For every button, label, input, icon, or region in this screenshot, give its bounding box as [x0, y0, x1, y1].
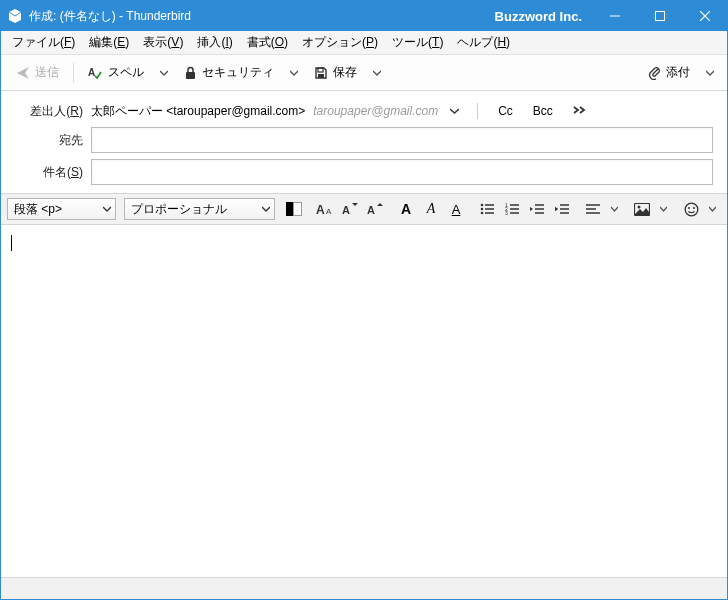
from-row: 差出人(R) 太郎ペーパー <taroupaper@gmail.com> tar… — [15, 101, 713, 121]
attach-dropdown[interactable] — [701, 65, 719, 81]
menubar: ファイル(F) 編集(E) 表示(V) 挿入(I) 書式(O) オプション(P)… — [1, 31, 727, 55]
save-icon — [314, 66, 328, 80]
color-swatch-icon — [286, 202, 302, 216]
svg-point-35 — [685, 203, 698, 216]
save-button[interactable]: 保存 — [307, 60, 364, 85]
security-dropdown[interactable] — [285, 65, 303, 81]
svg-point-34 — [638, 205, 641, 208]
from-email-grey: taroupaper@gmail.com — [313, 104, 438, 118]
emoji-dropdown[interactable] — [704, 202, 721, 217]
message-body-editor[interactable] — [1, 225, 727, 577]
menu-format[interactable]: 書式(O) — [240, 31, 295, 54]
save-label: 保存 — [333, 64, 357, 81]
font-size-reset-button[interactable]: AA — [313, 197, 337, 221]
message-headers: 差出人(R) 太郎ペーパー <taroupaper@gmail.com> tar… — [1, 91, 727, 193]
spell-dropdown[interactable] — [155, 65, 173, 81]
statusbar — [1, 577, 727, 599]
save-dropdown[interactable] — [368, 65, 386, 81]
brand-label: Buzzword Inc. — [495, 9, 582, 24]
svg-text:A: A — [367, 204, 375, 216]
menu-view[interactable]: 表示(V) — [136, 31, 190, 54]
menu-insert[interactable]: 挿入(I) — [190, 31, 239, 54]
emoji-button[interactable] — [679, 197, 703, 221]
send-icon — [16, 66, 30, 80]
bcc-button[interactable]: Bcc — [527, 101, 559, 121]
window-titlebar: 作成: (件名なし) - Thunderbird Buzzword Inc. — [1, 1, 727, 31]
minimize-button[interactable] — [592, 1, 637, 31]
more-recipients-button[interactable] — [567, 101, 593, 121]
attach-label: 添付 — [666, 64, 690, 81]
svg-rect-6 — [318, 68, 323, 72]
subject-row: 件名(S) — [15, 159, 713, 185]
menu-file[interactable]: ファイル(F) — [5, 31, 82, 54]
text-cursor — [11, 235, 12, 251]
menu-options[interactable]: オプション(P) — [295, 31, 385, 54]
menu-tools[interactable]: ツール(T) — [385, 31, 450, 54]
security-label: セキュリティ — [202, 64, 274, 81]
svg-text:A: A — [342, 204, 350, 216]
insert-image-button[interactable] — [630, 197, 654, 221]
attach-button[interactable]: 添付 — [640, 60, 697, 85]
svg-point-36 — [688, 207, 690, 209]
align-dropdown[interactable] — [606, 202, 623, 217]
to-label: 宛先 — [15, 132, 83, 149]
font-size-increase-button[interactable]: A — [363, 197, 387, 221]
outdent-button[interactable] — [525, 197, 549, 221]
send-button[interactable]: 送信 — [9, 60, 66, 85]
svg-text:A: A — [326, 207, 332, 216]
from-dropdown[interactable] — [446, 105, 463, 117]
maximize-button[interactable] — [637, 1, 682, 31]
text-color-button[interactable] — [282, 197, 306, 221]
svg-rect-7 — [318, 74, 324, 78]
italic-button[interactable]: A — [419, 197, 443, 221]
from-identity[interactable]: 太郎ペーパー <taroupaper@gmail.com> — [91, 103, 305, 120]
align-button[interactable] — [581, 197, 605, 221]
close-button[interactable] — [682, 1, 727, 31]
svg-point-12 — [481, 204, 484, 207]
subject-input[interactable] — [91, 159, 713, 185]
svg-text:A: A — [316, 203, 325, 216]
underline-button[interactable]: A — [444, 197, 468, 221]
subject-label: 件名(S) — [15, 164, 83, 181]
paperclip-icon — [647, 65, 661, 80]
svg-text:A: A — [88, 67, 95, 78]
lock-icon — [184, 66, 197, 80]
to-row: 宛先 — [15, 127, 713, 153]
menu-help[interactable]: ヘルプ(H) — [450, 31, 517, 54]
paragraph-select[interactable]: 段落 <p> — [7, 198, 116, 220]
security-button[interactable]: セキュリティ — [177, 60, 281, 85]
indent-button[interactable] — [550, 197, 574, 221]
menu-edit[interactable]: 編集(E) — [82, 31, 136, 54]
font-value: プロポーショナル — [131, 201, 227, 218]
insert-dropdown[interactable] — [655, 202, 672, 217]
spell-button[interactable]: A スペル — [81, 60, 151, 85]
format-toolbar: 段落 <p> プロポーショナル AA A A A A A 12 — [1, 193, 727, 225]
from-label: 差出人(R) — [15, 103, 83, 120]
spell-label: スペル — [108, 64, 144, 81]
to-input[interactable] — [91, 127, 713, 153]
bold-button[interactable]: A — [394, 197, 418, 221]
window-title: 作成: (件名なし) - Thunderbird — [29, 8, 191, 25]
app-icon — [7, 8, 23, 24]
svg-text:3: 3 — [505, 210, 508, 215]
svg-rect-1 — [655, 12, 664, 21]
paragraph-value: 段落 <p> — [14, 201, 62, 218]
main-toolbar: 送信 A スペル セキュリティ 保存 添付 — [1, 55, 727, 91]
svg-point-16 — [481, 212, 484, 215]
font-select[interactable]: プロポーショナル — [124, 198, 275, 220]
bullet-list-button[interactable] — [475, 197, 499, 221]
svg-point-37 — [693, 207, 695, 209]
font-size-decrease-button[interactable]: A — [338, 197, 362, 221]
svg-point-14 — [481, 208, 484, 211]
cc-button[interactable]: Cc — [492, 101, 519, 121]
svg-rect-5 — [186, 72, 195, 79]
send-label: 送信 — [35, 64, 59, 81]
numbered-list-button[interactable]: 123 — [500, 197, 524, 221]
spell-check-icon: A — [88, 66, 103, 80]
